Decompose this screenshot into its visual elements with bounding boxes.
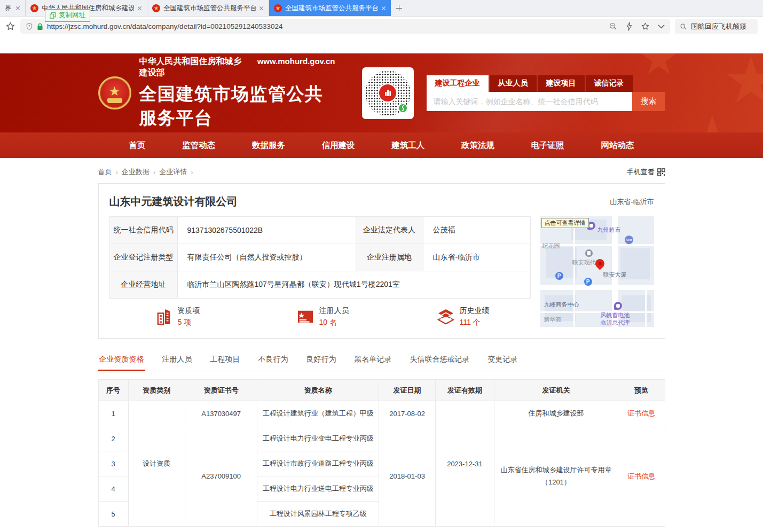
search-button[interactable]: 搜索 [632,92,665,111]
certificate-info-link[interactable]: 证书信息 [627,409,655,417]
breadcrumb-home[interactable]: 首页 [98,167,112,177]
search-tab-enterprise[interactable]: 建设工程企业 [427,75,489,92]
col-header: 发证有效期 [436,380,494,401]
map-label: 九峰商务中心 [544,301,579,309]
company-name: 山东中元建筑设计有限公司 [109,194,238,209]
search-tab-practitioner[interactable]: 从业人员 [490,75,537,92]
cert-no-cell: A137030497 [185,401,257,426]
seq-cell: 3 [98,451,128,476]
national-emblem-icon: ★ [98,76,131,109]
map-label: 新华苑 [544,316,562,324]
favorite-star-icon[interactable] [641,22,650,31]
emblem-favicon-icon [274,4,282,12]
field-label: 企业登记注册类型 [109,244,177,271]
col-header: 资质证书号 [185,380,257,401]
nav-item-policies[interactable]: 政策法规 [461,140,494,151]
chevron-down-icon[interactable] [658,24,665,29]
map-label: 纪花园 [542,242,560,250]
copy-icon [50,12,56,19]
search-tab-credit[interactable]: 诚信记录 [586,75,633,92]
tab-bad-behavior[interactable]: 不良行为 [257,350,289,371]
nav-item-data-service[interactable]: 数据服务 [252,140,285,151]
col-header: 发证机关 [494,380,618,401]
stat-value: 10 名 [319,318,349,327]
site-search-widget: 建设工程企业 从业人员 建设项目 诚信记录 搜索 [427,75,665,111]
mobile-view-link[interactable]: 手机查看 [627,167,665,177]
breadcrumb-company-detail: 企业详情 [159,167,187,177]
qr-center-logo-icon [378,83,397,103]
map-pin-icon [614,302,622,310]
close-icon[interactable] [15,6,20,11]
hot-search-text: 国航回应飞机颠簸 [691,22,746,32]
new-tab-button[interactable] [391,0,407,16]
nav-item-construction-workers[interactable]: 建筑工人 [391,140,424,151]
emblem-favicon-icon [30,4,38,12]
seq-cell: 1 [98,401,128,426]
company-stats: 资质项 5 项 注册人员 10 名 [109,306,531,327]
stat-value: 111 个 [460,318,490,327]
stat-qualifications: 资质项 5 项 [156,306,297,327]
qual-name-cell: 工程设计电力行业变电工程专业丙级 [257,426,379,451]
search-tab-project[interactable]: 建设项目 [538,75,585,92]
breadcrumb-company-data[interactable]: 企业数据 [122,167,150,177]
star-decoration-icon [672,115,752,132]
issue-date-cell: 2018-01-03 [379,426,435,527]
copy-url-label: 复制网址 [59,11,85,20]
platform-title: 全国建筑市场监管公共服务平台 [139,82,335,130]
qr-code-icon [657,168,665,176]
lightning-icon[interactable] [626,22,633,31]
tab-change-records[interactable]: 变更记录 [487,350,519,371]
map-road [540,311,654,313]
certificate-icon [297,309,314,325]
stat-label: 注册人员 [319,306,349,316]
preview-cell: 证书信息 [618,401,665,426]
zoom-out-icon[interactable] [609,22,618,31]
copy-url-tooltip: 复制网址 [45,9,90,22]
close-icon[interactable] [381,6,386,11]
lock-icon [37,23,43,30]
ministry-name: 中华人民共和国住房和城乡建设部 [139,56,247,79]
nav-item-e-license[interactable]: 电子证照 [531,140,564,151]
map-label: 九州超市 [597,226,621,234]
field-value: 公茂福 [423,217,530,244]
page-top-gap [0,36,763,53]
site-nav: 首页 监管动态 数据服务 信用建设 建筑工人 政策法规 电子证照 网站动态 [0,132,763,158]
table-header-row: 序号 资质类别 资质证书号 资质名称 发证日期 发证有效期 发证机关 预览 [98,380,665,401]
nav-item-site-news[interactable]: 网站动态 [601,140,634,151]
url-bar[interactable]: https://jzsc.mohurd.gov.cn/data/company/… [20,19,670,34]
breadcrumb-separator [191,168,193,176]
tab-projects[interactable]: 工程项目 [209,350,241,371]
map-road [645,290,647,327]
browser-tab-jzsc-active[interactable]: 全国建筑市场监管公共服务平台 [269,0,391,16]
cert-no-cell: A237009100 [185,426,257,527]
tab-good-behavior[interactable]: 良好行为 [305,350,337,371]
certificate-info-link[interactable]: 证书信息 [627,472,655,480]
company-location-map[interactable]: 九州超市 ATM 纪花园 联安现代城 联安大厦 P P 九峰商务中心 风帆蓄电池… [540,216,654,327]
close-icon[interactable] [137,6,142,11]
nav-item-supervision-news[interactable]: 监管动态 [182,140,215,151]
url-text: https://jzsc.mohurd.gov.cn/data/company/… [47,22,282,30]
browser-tab-jzsc-1[interactable]: 全国建筑市场监管公共服务平台 [147,0,269,16]
tab-blacklist[interactable]: 黑名单记录 [353,350,393,371]
authority-cell: 山东省住房和城乡建设厅许可专用章 （1201） [494,426,618,527]
browser-tab-partial[interactable]: 界 [0,0,26,16]
field-label: 企业法定代表人 [356,217,423,244]
seq-cell: 5 [98,502,128,527]
bookmark-star-icon[interactable] [5,21,15,32]
shield-icon[interactable] [26,22,33,30]
company-info-table: 统一社会信用代码 91371302675501022B 企业法定代表人 公茂福 … [109,216,531,299]
field-value: 91371302675501022B [177,217,356,244]
table-row: 1 设计资质 A137030497 工程设计建筑行业（建筑工程）甲级 2017-… [98,401,665,426]
tab-registered-staff[interactable]: 注册人员 [161,350,193,371]
map-tooltip: 点击可查看详情 [541,218,589,228]
tab-title: 界 [5,4,12,13]
tab-dishonesty-records[interactable]: 失信联合惩戒记录 [409,350,471,371]
nav-item-home[interactable]: 首页 [129,140,146,151]
stat-label: 历史业绩 [460,306,490,316]
hot-search-box[interactable]: 国航回应飞机颠簸 [675,19,758,34]
keyword-search-input[interactable] [427,92,632,111]
nav-item-credit-building[interactable]: 信用建设 [322,140,355,151]
close-icon[interactable] [259,6,264,11]
company-detail-tabs: 企业资质资格 注册人员 工程项目 不良行为 良好行为 黑名单记录 失信联合惩戒记… [98,350,665,371]
tab-qualifications[interactable]: 企业资质资格 [98,350,145,371]
